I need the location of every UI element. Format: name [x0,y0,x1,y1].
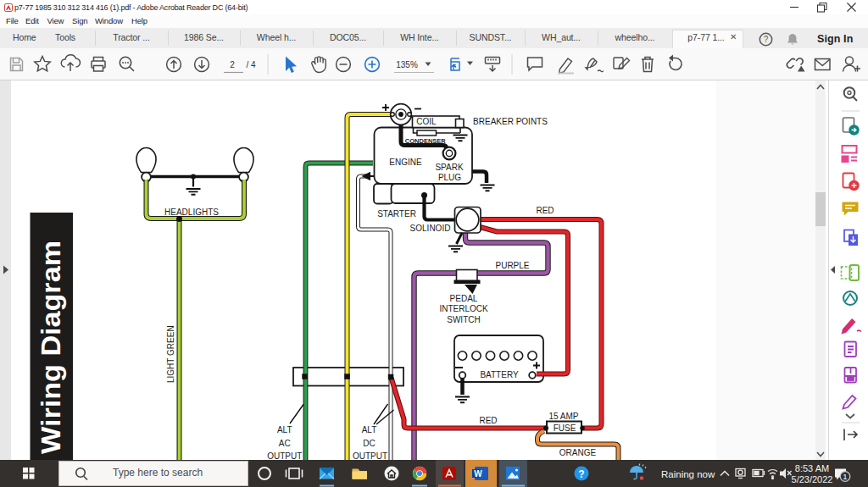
svg-text:?: ? [578,468,584,480]
svg-text:HEADLIGHTS: HEADLIGHTS [164,208,219,217]
svg-text:SPARK: SPARK [435,163,463,172]
svg-text:RED: RED [479,416,497,425]
svg-text:ENGINE: ENGINE [389,158,422,167]
svg-text:ORANGE: ORANGE [559,448,597,457]
svg-text:DC: DC [363,439,375,448]
svg-text:W: W [474,469,482,479]
svg-text:/ 4: / 4 [246,60,256,69]
svg-text:5/23/2022: 5/23/2022 [792,474,833,484]
svg-text:SOLINOID: SOLINOID [410,224,451,233]
svg-text:OUTPUT: OUTPUT [267,451,302,460]
svg-text:BREAKER POINTS: BREAKER POINTS [473,117,548,126]
svg-text:FUSE: FUSE [554,423,576,433]
svg-text:2: 2 [230,60,235,69]
svg-text:ALT: ALT [277,425,292,434]
svg-text:OUTPUT: OUTPUT [353,451,387,460]
svg-text:15 AMP: 15 AMP [548,412,578,421]
svg-text:1: 1 [843,472,847,481]
svg-text:BATTERY: BATTERY [480,370,519,379]
svg-text:Wiring Diagram: Wiring Diagram [36,241,66,454]
svg-text:LIGHT GREEN: LIGHT GREEN [166,325,175,383]
svg-text:ALT: ALT [362,425,377,434]
svg-text:AC: AC [279,439,291,448]
svg-text:135%: 135% [396,60,418,69]
svg-text:PEDAL: PEDAL [450,294,478,303]
svg-text:INTERLOCK: INTERLOCK [439,304,488,313]
svg-text:PLUG: PLUG [438,173,461,182]
svg-text:8:53 AM: 8:53 AM [795,463,829,473]
svg-text:CONDENSER: CONDENSER [405,137,447,145]
svg-text:?: ? [764,35,769,44]
svg-text:COIL: COIL [416,117,437,126]
svg-text:RED: RED [536,206,554,215]
svg-text:PURPLE: PURPLE [495,261,529,270]
svg-text:SWITCH: SWITCH [447,315,480,324]
svg-text:Raining now: Raining now [661,469,715,479]
svg-text:STARTER: STARTER [377,209,416,219]
